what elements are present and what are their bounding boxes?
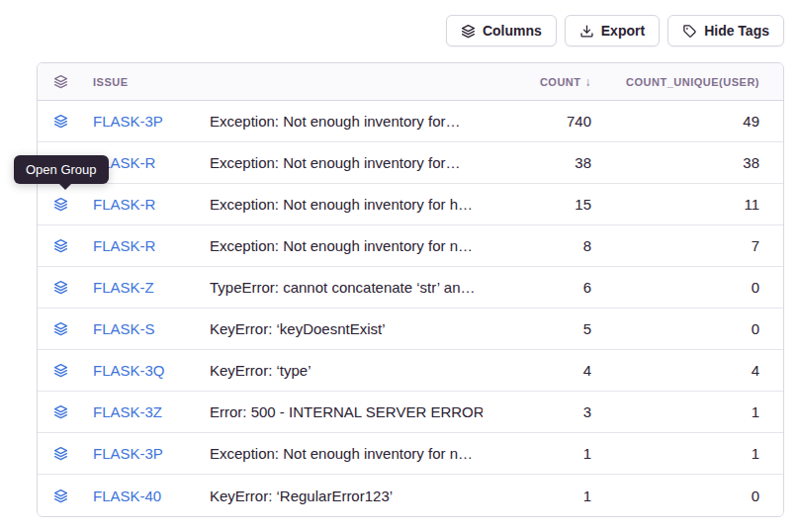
layers-icon[interactable] xyxy=(53,488,68,503)
issue-link[interactable]: FLASK-3P xyxy=(93,445,210,462)
issue-link[interactable]: FLASK-40 xyxy=(93,488,210,504)
issues-table-page: Columns Export Hide Tags ISSUE COU xyxy=(0,0,798,517)
issue-icon-cell xyxy=(53,446,93,461)
table-header-row: ISSUE COUNT ↓ COUNT_UNIQUE(USER) xyxy=(38,63,783,101)
layers-icon[interactable] xyxy=(53,280,68,295)
issue-icon-cell xyxy=(53,238,93,253)
layers-icon xyxy=(53,74,68,89)
table-row: FLASK-3P Exception: Not enough inventory… xyxy=(38,101,783,142)
count-unique-value: 0 xyxy=(591,488,759,504)
tag-icon xyxy=(682,24,697,39)
count-unique-value: 4 xyxy=(591,362,759,379)
table-body: FLASK-3P Exception: Not enough inventory… xyxy=(38,101,783,516)
issue-description: Exception: Not enough inventory for… xyxy=(210,154,483,171)
layers-icon[interactable] xyxy=(53,321,68,336)
issue-icon-cell xyxy=(53,404,93,419)
issue-description: KeyError: ‘RegularError123’ xyxy=(210,488,483,504)
count-unique-value: 0 xyxy=(591,279,759,296)
count-unique-value: 7 xyxy=(591,237,759,254)
issue-column-header[interactable]: ISSUE xyxy=(93,76,210,88)
issue-link[interactable]: FLASK-3P xyxy=(93,113,210,130)
table-row: FLASK-R Exception: Not enough inventory … xyxy=(38,142,783,184)
count-value: 740 xyxy=(483,113,591,130)
issue-link[interactable]: FLASK-R xyxy=(93,196,210,213)
count-header-label: COUNT xyxy=(540,76,581,88)
table-row: FLASK-S KeyError: ‘keyDoesntExist’ 5 0 xyxy=(38,309,783,350)
issue-header-icon-cell xyxy=(53,74,93,89)
count-value: 8 xyxy=(483,237,591,254)
table-row: FLASK-3Q KeyError: ‘type’ 4 4 xyxy=(38,350,783,392)
layers-icon[interactable] xyxy=(53,363,68,378)
layers-icon[interactable] xyxy=(53,197,68,212)
issue-description: KeyError: ‘keyDoesntExist’ xyxy=(210,320,483,337)
count-value: 38 xyxy=(483,154,591,171)
layers-icon[interactable] xyxy=(53,238,68,253)
count-value: 15 xyxy=(483,196,591,213)
layers-icon[interactable] xyxy=(53,446,68,461)
issue-icon-cell xyxy=(53,363,93,378)
table-row: FLASK-3P Exception: Not enough inventory… xyxy=(38,433,783,475)
issue-description: Exception: Not enough inventory for n… xyxy=(210,445,483,462)
count-value: 1 xyxy=(483,488,591,504)
layers-icon[interactable] xyxy=(53,114,68,129)
count-unique-value: 0 xyxy=(591,320,759,337)
export-button[interactable]: Export xyxy=(565,15,660,46)
issue-description: Error: 500 - INTERNAL SERVER ERROR xyxy=(210,403,483,420)
hide-tags-button-label: Hide Tags xyxy=(704,23,769,39)
issue-description: KeyError: ‘type’ xyxy=(210,362,483,379)
issues-table: ISSUE COUNT ↓ COUNT_UNIQUE(USER) FLASK-3… xyxy=(37,62,784,517)
count-value: 1 xyxy=(483,445,591,462)
export-button-label: Export xyxy=(601,23,645,39)
table-row: FLASK-40 KeyError: ‘RegularError123’ 1 0 xyxy=(38,475,783,516)
open-group-tooltip: Open Group xyxy=(14,155,109,184)
issue-link[interactable]: FLASK-3Q xyxy=(93,362,210,379)
count-unique-value: 1 xyxy=(591,403,759,420)
table-row: FLASK-R Exception: Not enough inventory … xyxy=(38,184,783,225)
count-unique-value: 11 xyxy=(591,196,759,213)
download-icon xyxy=(579,24,594,39)
table-row: FLASK-Z TypeError: cannot concatenate ‘s… xyxy=(38,267,783,309)
columns-button-label: Columns xyxy=(483,23,542,39)
table-toolbar: Columns Export Hide Tags xyxy=(37,15,784,46)
count-value: 4 xyxy=(483,362,591,379)
count-column-header[interactable]: COUNT ↓ xyxy=(483,75,591,89)
issue-link[interactable]: FLASK-R xyxy=(93,237,210,254)
count-unique-value: 49 xyxy=(591,113,759,130)
issue-icon-cell xyxy=(53,488,93,503)
layers-icon[interactable] xyxy=(53,404,68,419)
table-row: FLASK-R Exception: Not enough inventory … xyxy=(38,225,783,267)
tooltip-label: Open Group xyxy=(26,162,97,177)
issue-link[interactable]: FLASK-Z xyxy=(93,279,210,296)
issue-description: Exception: Not enough inventory for n… xyxy=(210,237,483,254)
issue-link[interactable]: FLASK-3Z xyxy=(93,403,210,420)
issue-description: Exception: Not enough inventory for h… xyxy=(210,196,483,213)
count-value: 6 xyxy=(483,279,591,296)
issue-icon-cell xyxy=(53,114,93,129)
issue-icon-cell xyxy=(53,280,93,295)
layers-icon xyxy=(461,24,476,39)
issue-link[interactable]: FLASK-R xyxy=(93,154,210,171)
issue-description: Exception: Not enough inventory for… xyxy=(210,113,483,130)
count-unique-value: 1 xyxy=(591,445,759,462)
table-row: FLASK-3Z Error: 500 - INTERNAL SERVER ER… xyxy=(38,392,783,433)
count-unique-column-header[interactable]: COUNT_UNIQUE(USER) xyxy=(591,76,759,88)
issue-icon-cell xyxy=(53,197,93,212)
issue-link[interactable]: FLASK-S xyxy=(93,320,210,337)
count-unique-value: 38 xyxy=(591,154,759,171)
count-value: 5 xyxy=(483,320,591,337)
issue-description: TypeError: cannot concatenate ‘str’ an… xyxy=(210,279,483,296)
count-value: 3 xyxy=(483,403,591,420)
issue-icon-cell xyxy=(53,321,93,336)
hide-tags-button[interactable]: Hide Tags xyxy=(667,15,784,46)
columns-button[interactable]: Columns xyxy=(446,15,557,46)
